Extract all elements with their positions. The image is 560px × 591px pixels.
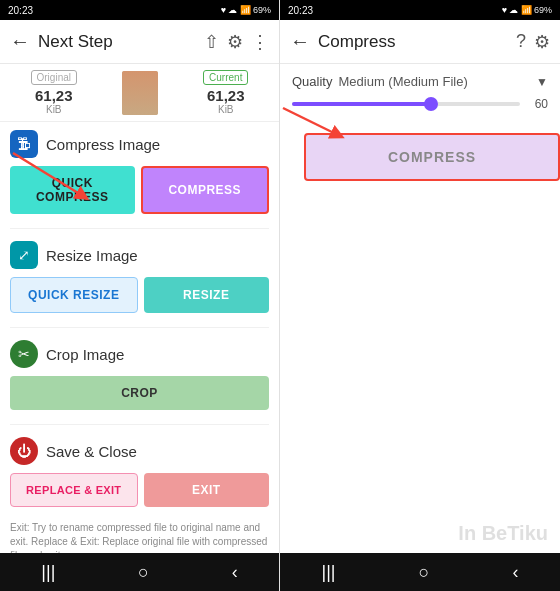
divider-2 xyxy=(10,327,269,328)
compress-buttons-area: QUICK COMPRESS COMPRESS xyxy=(10,166,269,214)
right-back-button[interactable]: ← xyxy=(290,30,310,53)
right-spacer xyxy=(280,193,560,514)
right-help-icon[interactable]: ? xyxy=(516,31,526,52)
slider-fill xyxy=(292,102,429,106)
compress-button-right-area: COMPRESS xyxy=(292,127,548,187)
right-nav-menu[interactable]: ||| xyxy=(310,556,348,589)
save-section: ⏻ Save & Close REPLACE & EXIT EXIT xyxy=(0,429,279,517)
left-bottom-nav: ||| ○ ‹ xyxy=(0,553,279,591)
slider-thumb[interactable] xyxy=(424,97,438,111)
crop-section: ✂ Crop Image CROP xyxy=(0,332,279,420)
quality-row: Quality Medium (Medium File) ▼ xyxy=(280,64,560,93)
right-nav-home[interactable]: ○ xyxy=(407,556,442,589)
quality-slider[interactable] xyxy=(292,102,520,106)
exit-note: Exit: Try to rename compressed file to o… xyxy=(0,517,279,553)
save-btn-row: REPLACE & EXIT EXIT xyxy=(10,473,269,507)
quality-label: Quality xyxy=(292,74,332,89)
left-content: 🗜 Compress Image QUICK COMPRESS COMPRESS xyxy=(0,122,279,553)
original-label: Original xyxy=(31,70,77,85)
left-panel: 20:23 ♥ ☁ 📶 69% ← Next Step ⇧ ⚙ ⋮ Origin… xyxy=(0,0,280,591)
more-options-icon[interactable]: ⋮ xyxy=(251,31,269,53)
compress-section-icon: 🗜 xyxy=(10,130,38,158)
left-nav-home[interactable]: ○ xyxy=(126,556,161,589)
right-bottom-nav: ||| ○ ‹ xyxy=(280,553,560,591)
right-settings-icon[interactable]: ⚙ xyxy=(534,31,550,53)
quick-resize-button[interactable]: QUICK RESIZE xyxy=(10,277,138,313)
compress-button-right[interactable]: COMPRESS xyxy=(304,133,560,181)
compress-section-title: Compress Image xyxy=(46,136,160,153)
original-size: 61,23 xyxy=(31,87,77,104)
settings-icon[interactable]: ⚙ xyxy=(227,31,243,53)
left-nav-menu[interactable]: ||| xyxy=(29,556,67,589)
save-header: ⏻ Save & Close xyxy=(10,437,269,465)
left-time: 20:23 xyxy=(8,5,33,16)
crop-btn-row: CROP xyxy=(10,376,269,410)
divider-3 xyxy=(10,424,269,425)
crop-button[interactable]: CROP xyxy=(10,376,269,410)
slider-container: 60 xyxy=(280,93,560,121)
right-top-bar: ← Compress ? ⚙ xyxy=(280,20,560,64)
right-status-bar: 20:23 ♥ ☁ 📶 69% xyxy=(280,0,560,20)
current-unit: KiB xyxy=(203,104,248,115)
resize-section-title: Resize Image xyxy=(46,247,138,264)
resize-btn-row: QUICK RESIZE RESIZE xyxy=(10,277,269,313)
crop-header: ✂ Crop Image xyxy=(10,340,269,368)
avatar-image xyxy=(122,71,158,115)
right-status-icons: ♥ ☁ 📶 69% xyxy=(502,5,552,15)
right-panel: 20:23 ♥ ☁ 📶 69% ← Compress ? ⚙ Quality M… xyxy=(280,0,560,591)
right-title: Compress xyxy=(318,32,508,52)
share-icon[interactable]: ⇧ xyxy=(204,31,219,53)
crop-section-title: Crop Image xyxy=(46,346,124,363)
compress-header: 🗜 Compress Image xyxy=(10,130,269,158)
compress-section: 🗜 Compress Image QUICK COMPRESS COMPRESS xyxy=(0,122,279,224)
right-nav-back[interactable]: ‹ xyxy=(500,556,530,589)
replace-exit-button[interactable]: REPLACE & EXIT xyxy=(10,473,138,507)
left-top-bar: ← Next Step ⇧ ⚙ ⋮ xyxy=(0,20,279,64)
quick-compress-button[interactable]: QUICK COMPRESS xyxy=(10,166,135,214)
compress-button-left[interactable]: COMPRESS xyxy=(141,166,270,214)
quality-value: Medium (Medium File) xyxy=(338,74,530,89)
crop-section-icon: ✂ xyxy=(10,340,38,368)
right-time: 20:23 xyxy=(288,5,313,16)
resize-header: ⤢ Resize Image xyxy=(10,241,269,269)
current-label: Current xyxy=(203,70,248,85)
current-info: Current 61,23 KiB xyxy=(203,70,248,115)
original-info: Original 61,23 KiB xyxy=(31,70,77,115)
compress-btn-row: QUICK COMPRESS COMPRESS xyxy=(10,166,269,214)
save-section-title: Save & Close xyxy=(46,443,137,460)
current-size: 61,23 xyxy=(203,87,248,104)
left-nav-back[interactable]: ‹ xyxy=(220,556,250,589)
left-status-icons: ♥ ☁ 📶 69% xyxy=(221,5,271,15)
resize-section: ⤢ Resize Image QUICK RESIZE RESIZE xyxy=(0,233,279,323)
watermark: In BeTiku xyxy=(280,514,560,553)
save-section-icon: ⏻ xyxy=(10,437,38,465)
quality-dropdown-icon[interactable]: ▼ xyxy=(536,75,548,89)
resize-button[interactable]: RESIZE xyxy=(144,277,270,313)
image-info-bar: Original 61,23 KiB Current 61,23 KiB xyxy=(0,64,279,122)
original-unit: KiB xyxy=(31,104,77,115)
image-thumbnail xyxy=(122,71,158,115)
left-back-button[interactable]: ← xyxy=(10,30,30,53)
left-title: Next Step xyxy=(38,32,196,52)
left-status-bar: 20:23 ♥ ☁ 📶 69% xyxy=(0,0,279,20)
exit-button[interactable]: EXIT xyxy=(144,473,270,507)
divider-1 xyxy=(10,228,269,229)
slider-value: 60 xyxy=(528,97,548,111)
resize-section-icon: ⤢ xyxy=(10,241,38,269)
